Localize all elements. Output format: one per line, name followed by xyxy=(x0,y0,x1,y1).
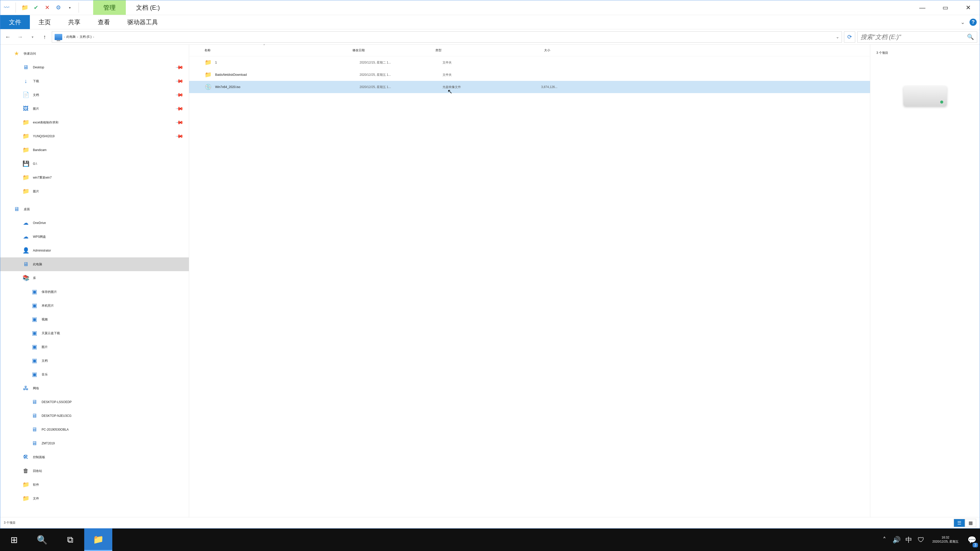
sidebar-item-label: DESKTOP-NJEU3CG xyxy=(41,414,72,418)
refresh-button[interactable]: ⟳ xyxy=(844,32,855,43)
quick-access-toolbar: 〰 📁 ✔ ✕ ⚙ ▾ xyxy=(0,3,83,13)
sidebar-item[interactable]: ▣ 视频 xyxy=(0,313,189,326)
security-icon[interactable]: 🛡 xyxy=(915,529,927,551)
col-date[interactable]: 修改日期 xyxy=(352,44,435,56)
check-icon[interactable]: ✔ xyxy=(32,4,40,11)
item-icon: 💾 xyxy=(22,160,29,167)
table-row[interactable]: 💿 Win7x64_2020.iso 2020/12/25, 星期五 1... … xyxy=(189,81,870,93)
sidebar-item[interactable]: ↓ 下载📌 xyxy=(0,74,189,88)
chevron-right-icon[interactable]: › xyxy=(93,35,94,39)
forward-button[interactable]: → xyxy=(15,32,25,42)
sidebar-this-pc[interactable]: 🖥 此电脑 xyxy=(0,257,189,271)
gear-icon[interactable]: ⚙ xyxy=(55,4,62,11)
close-button[interactable]: ✕ xyxy=(957,0,980,15)
sidebar-quick-access[interactable]: ★ 快速访问 xyxy=(0,47,189,60)
sidebar-item[interactable]: ▣ 文档 xyxy=(0,354,189,368)
up-button[interactable]: ↑ xyxy=(40,32,50,42)
search-button[interactable]: 🔍 xyxy=(28,529,56,551)
folder-icon[interactable]: 📁 xyxy=(21,4,29,11)
sidebar-item[interactable]: 🖼 图片📌 xyxy=(0,102,189,116)
breadcrumb[interactable]: › 此电脑 › 文档 (E:) › ⌄ xyxy=(52,32,842,43)
sidebar-item[interactable]: 🖥 ZMT2019 xyxy=(0,437,189,450)
ime-icon[interactable]: 中 xyxy=(903,529,915,551)
sidebar-item[interactable]: 🖥 PC-20190530OBLA xyxy=(0,423,189,437)
taskbar-clock[interactable]: 16:32 2020/12/25, 星期五 xyxy=(927,536,964,544)
sidebar-item[interactable]: ▣ 保存的图片 xyxy=(0,285,189,299)
tab-share[interactable]: 共享 xyxy=(59,15,89,29)
chevron-right-icon[interactable]: › xyxy=(77,35,78,39)
table-row[interactable]: 📁 1 2020/12/15, 星期二 1... 文件夹 xyxy=(189,56,870,68)
sidebar-item[interactable]: 🖥 DESKTOP-NJEU3CG xyxy=(0,409,189,423)
sidebar-item[interactable]: ▣ 本机照片 xyxy=(0,299,189,313)
sidebar-item[interactable]: 📄 文档📌 xyxy=(0,88,189,102)
col-size[interactable]: 大小 xyxy=(504,44,550,56)
content: ˄ 名称 修改日期 类型 大小 📁 1 2020/12/15, 星期二 1...… xyxy=(189,44,980,517)
breadcrumb-drive[interactable]: 文档 (E:) xyxy=(80,35,92,39)
breadcrumb-this-pc[interactable]: 此电脑 xyxy=(66,35,76,39)
task-view-button[interactable]: ⧉ xyxy=(56,529,84,551)
help-icon[interactable]: ? xyxy=(969,19,977,26)
close-qat-icon[interactable]: ✕ xyxy=(43,4,51,11)
user-icon: 👤 xyxy=(22,247,29,254)
cell-date: 2020/12/15, 星期二 1... xyxy=(360,60,442,65)
bc-dropdown-icon[interactable]: ⌄ xyxy=(836,35,839,39)
sidebar-network[interactable]: 🖧 网络 xyxy=(0,381,189,395)
tab-file[interactable]: 文件 xyxy=(0,15,30,29)
sidebar-item[interactable]: 💾 G:\ xyxy=(0,157,189,171)
preview-pane: 3 个项目 xyxy=(870,44,980,517)
sidebar-item[interactable]: 🖥 DESKTOP-LSSOEDP xyxy=(0,395,189,409)
sidebar-files[interactable]: 📁 文件 xyxy=(0,492,189,505)
file-icon: 📁 xyxy=(204,71,212,78)
sidebar-admin[interactable]: 👤 Administrator xyxy=(0,244,189,257)
tab-drive-tools[interactable]: 驱动器工具 xyxy=(119,15,167,29)
explorer-taskbar-button[interactable]: 📁 xyxy=(84,529,112,551)
sidebar-recycle[interactable]: 🗑 回收站 xyxy=(0,464,189,478)
tray-chevron-icon[interactable]: ˄ xyxy=(878,529,891,551)
sidebar-item[interactable]: 📁 Bandicam xyxy=(0,143,189,157)
history-dropdown-icon[interactable]: ▾ xyxy=(27,32,38,42)
sidebar-item[interactable]: 📁 excel表格制作求和📌 xyxy=(0,116,189,129)
chevron-down-icon[interactable]: ⌄ xyxy=(961,19,965,25)
sidebar-control-panel[interactable]: 🛠 控制面板 xyxy=(0,450,189,464)
sidebar-onedrive[interactable]: ☁ OneDrive xyxy=(0,216,189,230)
chevron-right-icon[interactable]: › xyxy=(64,35,65,39)
tab-view[interactable]: 查看 xyxy=(89,15,119,29)
details-view-button[interactable]: ☰ xyxy=(954,519,965,527)
tab-manage[interactable]: 管理 xyxy=(93,0,126,15)
sidebar-item-label: 天翼云盘下载 xyxy=(41,331,60,335)
sidebar-item[interactable]: 🖥 Desktop📌 xyxy=(0,60,189,74)
tab-home[interactable]: 主页 xyxy=(30,15,59,29)
statusbar: 3 个项目 ☰ ▦ xyxy=(0,517,980,528)
minimize-button[interactable]: — xyxy=(911,0,934,15)
library-icon: 📚 xyxy=(22,275,29,282)
search-input[interactable] xyxy=(861,33,967,41)
sidebar-item[interactable]: 📁 图片 xyxy=(0,184,189,198)
network-icon: 🖧 xyxy=(22,385,29,392)
qat-dropdown-icon[interactable]: ▾ xyxy=(66,4,73,11)
sidebar-item[interactable]: 📁 YUNQISHI2019📌 xyxy=(0,129,189,143)
table-row[interactable]: 📁 BaiduNetdiskDownload 2020/12/25, 星期五 1… xyxy=(189,68,870,81)
search-box[interactable]: 🔍 xyxy=(857,32,977,43)
sidebar-wps[interactable]: ☁ WPS网盘 xyxy=(0,230,189,244)
start-button[interactable]: ⊞ xyxy=(0,529,28,551)
sidebar-item[interactable]: ▣ 图片 xyxy=(0,340,189,354)
folder-icon: 📁 xyxy=(22,495,29,502)
file-icon: 📁 xyxy=(204,59,212,66)
status-text: 3 个项目 xyxy=(4,521,16,525)
sidebar-item-label: G:\ xyxy=(33,162,37,165)
col-type[interactable]: 类型 xyxy=(435,44,504,56)
sidebar-item[interactable]: ▣ 音乐 xyxy=(0,368,189,381)
back-button[interactable]: ← xyxy=(3,32,13,42)
volume-icon[interactable]: 🔊 xyxy=(891,529,903,551)
thumbnails-view-button[interactable]: ▦ xyxy=(965,519,976,527)
notification-button[interactable]: 💬3 xyxy=(964,529,980,551)
sidebar-desktop[interactable]: 🖥 桌面 xyxy=(0,202,189,216)
sidebar-item[interactable]: 📁 win7重装win7 xyxy=(0,171,189,184)
maximize-button[interactable]: ▭ xyxy=(934,0,957,15)
sidebar-item[interactable]: ▣ 天翼云盘下载 xyxy=(0,326,189,340)
sidebar-libraries[interactable]: 📚 库 xyxy=(0,271,189,285)
sidebar-software[interactable]: 📁 软件 xyxy=(0,478,189,492)
item-icon: 📁 xyxy=(22,119,29,126)
col-name[interactable]: 名称 xyxy=(204,44,352,56)
search-icon[interactable]: 🔍 xyxy=(967,34,974,40)
